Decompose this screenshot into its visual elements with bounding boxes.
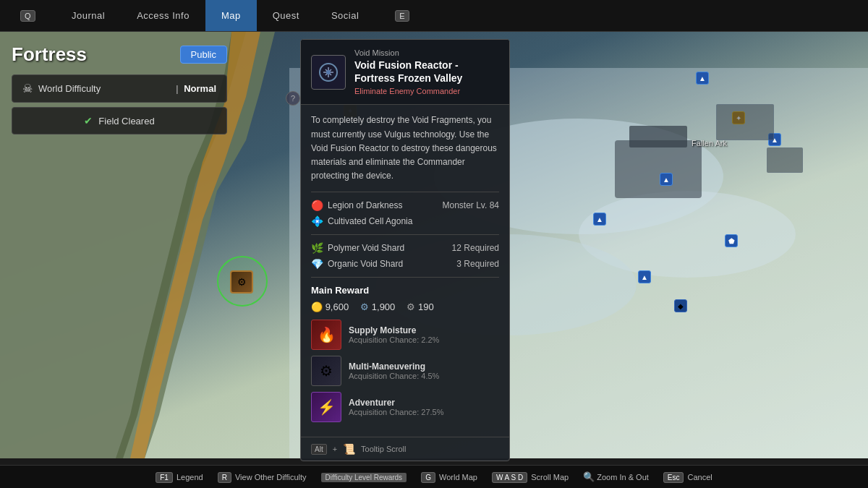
scroll-icon: 📜 <box>343 443 355 455</box>
popup-footer: Alt + 📜 Tooltip Scroll <box>301 437 509 461</box>
svg-rect-4 <box>615 140 702 198</box>
fortress-title: Fortress <box>12 43 87 66</box>
popup-title-block: Void Mission Void Fusion Reactor - Fortr… <box>354 48 499 95</box>
map-marker-5[interactable]: ⬟ <box>725 234 738 247</box>
g-key: G <box>421 472 435 483</box>
enemy-row: 🔴 Legion of Darkness Monster Lv. 84 <box>311 200 499 211</box>
bottom-esc: Esc Cancel <box>663 473 712 481</box>
question-marker-1[interactable]: ? <box>286 91 300 106</box>
nav-tab-access-info[interactable]: Access Info <box>121 0 205 31</box>
nav-key-right: E <box>375 0 430 31</box>
divider-3 <box>311 277 499 278</box>
check-icon: ✔ <box>84 115 93 127</box>
shard1-icon: 🌿 <box>311 242 323 254</box>
bottom-zoom: 🔍 Zoom In & Out <box>583 471 649 482</box>
cancel-label: Cancel <box>688 473 712 481</box>
mission-description: To completely destroy the Void Fragments… <box>311 114 499 183</box>
divider-1 <box>311 192 499 192</box>
zoom-label: Zoom In & Out <box>597 473 649 481</box>
difficulty-box: Difficulty Level Rewards <box>321 473 407 482</box>
mission-popup: Void Mission Void Fusion Reactor - Fortr… <box>300 39 510 461</box>
reward-item-info-1: Multi-Maneuvering Acquisition Chance: 4.… <box>349 361 439 380</box>
shard2-value: 3 Required <box>456 259 499 269</box>
cell-label-group: 💠 Cultivated Cell Agonia <box>311 215 412 227</box>
world-difficulty-label: World Difficulty <box>38 83 101 94</box>
mission-icon <box>311 55 346 90</box>
world-difficulty-row[interactable]: ☠ World Difficulty | Normal <box>12 74 227 103</box>
coin-reward: 🟡 9,600 <box>311 301 349 312</box>
svg-rect-5 <box>629 126 687 147</box>
map-marker-1[interactable]: ▲ <box>696 72 709 85</box>
shard1-row: 🌿 Polymer Void Shard 12 Required <box>311 242 499 254</box>
field-cleared-row: ✔ Field Cleared <box>12 107 227 134</box>
reward-item-0: 🔥 Supply Moisture Acquisition Chance: 2.… <box>311 320 499 350</box>
main-reward-title: Main Reward <box>311 285 499 296</box>
r-key: R <box>218 472 231 483</box>
gear1-reward: ⚙ 1,900 <box>360 301 395 312</box>
reward-item-icon-1: ⚙ <box>311 356 341 386</box>
legend-label: Legend <box>176 473 203 481</box>
reward-item-2: ⚡ Adventurer Acquisition Chance: 27.5% <box>311 392 499 422</box>
popup-header: Void Mission Void Fusion Reactor - Fortr… <box>301 40 509 105</box>
scroll-map-label: Scroll Map <box>531 473 569 481</box>
f1-key: F1 <box>156 472 173 483</box>
top-navigation: Q Journal Access Info Map Quest Social E <box>0 0 868 32</box>
reward-item-info-0: Supply Moisture Acquisition Chance: 2.2% <box>349 325 439 344</box>
bottom-g: G World Map <box>421 473 477 481</box>
nav-tab-quest[interactable]: Quest <box>257 0 315 31</box>
reward-item-name-2: Adventurer <box>349 398 443 408</box>
reward-coins-row: 🟡 9,600 ⚙ 1,900 ⚙ 190 <box>311 301 499 312</box>
svg-point-7 <box>326 70 331 74</box>
coin-icon: 🟡 <box>311 301 323 312</box>
nav-key-left: Q <box>0 0 56 31</box>
map-marker-3[interactable]: ▲ <box>660 173 673 186</box>
world-map-label: World Map <box>439 473 477 481</box>
nav-tab-map[interactable]: Map <box>205 0 257 31</box>
nav-tab-social[interactable]: Social <box>315 0 375 31</box>
nav-tab-journal[interactable]: Journal <box>56 0 121 31</box>
shard1-label: Polymer Void Shard <box>328 243 404 253</box>
map-marker-7[interactable]: ◆ <box>674 299 687 312</box>
bottom-bar: F1 Legend R View Other Difficulty Diffic… <box>0 465 868 488</box>
mission-subtitle: Void Mission <box>354 48 499 57</box>
shard2-label-group: 💎 Organic Void Shard <box>311 258 403 270</box>
reward-item-chance-2: Acquisition Chance: 27.5% <box>349 408 443 416</box>
bottom-difficulty-box: Difficulty Level Rewards <box>321 473 407 481</box>
building-2 <box>767 147 803 173</box>
gear2-reward: ⚙ 190 <box>407 301 433 312</box>
shard1-value: 12 Required <box>452 243 499 253</box>
cell-row: 💠 Cultivated Cell Agonia <box>311 215 499 227</box>
q-key: Q <box>20 10 35 22</box>
fortress-header: Fortress Public <box>12 43 227 66</box>
popup-body: To completely destroy the Void Fragments… <box>301 105 509 437</box>
map-marker-6[interactable]: ▲ <box>593 213 606 226</box>
esc-key: Esc <box>663 472 684 483</box>
bottom-r: R View Other Difficulty <box>218 473 307 481</box>
shard1-label-group: 🌿 Polymer Void Shard <box>311 242 404 254</box>
reward-item-info-2: Adventurer Acquisition Chance: 27.5% <box>349 398 443 416</box>
enemy-level: Monster Lv. 84 <box>443 200 499 210</box>
enemy-label-group: 🔴 Legion of Darkness <box>311 200 402 211</box>
reward-item-chance-0: Acquisition Chance: 2.2% <box>349 335 439 344</box>
mission-objective: Eliminate Enemy Commander <box>354 87 499 95</box>
world-difficulty-value: | Normal <box>176 83 216 94</box>
footer-alt-key: Alt <box>311 444 327 455</box>
active-mission-icon[interactable]: ⚙ <box>230 270 253 294</box>
reward-item-name-0: Supply Moisture <box>349 325 439 335</box>
reward-item-1: ⚙ Multi-Maneuvering Acquisition Chance: … <box>311 356 499 386</box>
reward-item-icon-2: ⚡ <box>311 392 341 422</box>
bottom-wasd: W A S D Scroll Map <box>492 473 569 481</box>
bottom-f1: F1 Legend <box>156 473 203 481</box>
field-cleared-label: Field Cleared <box>98 116 154 127</box>
shard2-label: Organic Void Shard <box>328 259 403 269</box>
cell-label: Cultivated Cell Agonia <box>328 216 412 226</box>
shard2-row: 💎 Organic Void Shard 3 Required <box>311 258 499 270</box>
wasd-key: W A S D <box>492 472 527 483</box>
divider-2 <box>311 234 499 235</box>
footer-scroll-label: Tooltip Scroll <box>361 445 406 453</box>
enemy-label: Legion of Darkness <box>328 200 402 210</box>
reward-item-icon-0: 🔥 <box>311 320 341 350</box>
public-button[interactable]: Public <box>180 46 227 64</box>
mission-title: Void Fusion Reactor - Fortress Frozen Va… <box>354 59 499 85</box>
map-marker-4[interactable]: ▲ <box>638 270 651 283</box>
